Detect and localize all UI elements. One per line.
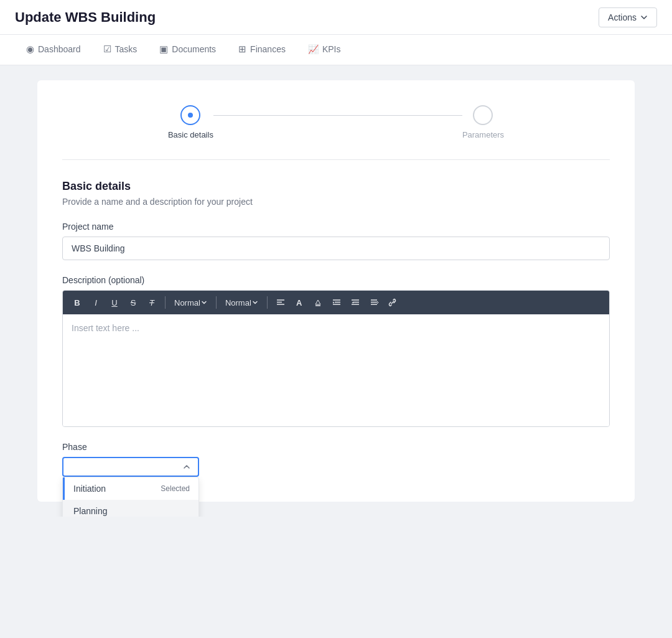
rich-text-editor: B I U S T Normal — [62, 290, 610, 427]
nav-label-dashboard: Dashboard — [38, 44, 81, 54]
rtl-button[interactable] — [366, 294, 382, 311]
editor-content[interactable]: Insert text here ... — [63, 314, 609, 426]
dashboard-icon — [26, 44, 34, 55]
link-icon — [388, 298, 397, 307]
nav-label-tasks: Tasks — [115, 44, 138, 54]
editor-toolbar: B I U S T Normal — [63, 291, 609, 314]
actions-label: Actions — [608, 12, 637, 22]
align-left-icon — [276, 298, 285, 307]
strikethrough-button[interactable]: S — [125, 294, 141, 311]
phase-option-initiation-label: Initiation — [73, 484, 106, 494]
toolbar-separator-2 — [216, 296, 217, 309]
form-section: Basic details Provide a name and a descr… — [62, 180, 610, 477]
nav-item-tasks[interactable]: Tasks — [92, 35, 149, 65]
tasks-icon — [103, 44, 111, 55]
underline-button[interactable]: U — [106, 294, 123, 311]
stepper: Basic details Parameters — [62, 105, 610, 160]
page-header: Update WBS Building Actions — [0, 0, 672, 35]
project-name-label: Project name — [62, 222, 610, 232]
link-button[interactable] — [385, 294, 401, 311]
font-chevron-icon — [252, 299, 258, 306]
heading-chevron-icon — [201, 299, 207, 306]
svg-point-0 — [188, 113, 193, 118]
toolbar-separator-1 — [165, 296, 166, 309]
step-parameters: Parameters — [462, 105, 504, 139]
toolbar-separator-3 — [267, 296, 268, 309]
documents-icon — [159, 44, 168, 55]
italic-button[interactable]: I — [88, 294, 104, 311]
project-name-input[interactable] — [62, 237, 610, 260]
bold-button[interactable]: B — [69, 294, 85, 311]
kpis-icon — [308, 44, 319, 54]
description-field: Description (optional) B I U S T Normal — [62, 275, 610, 427]
phase-option-planning[interactable]: Planning — [63, 500, 198, 517]
editor-placeholder: Insert text here ... — [72, 323, 139, 333]
main-content: Basic details Parameters Basic details P… — [0, 65, 672, 517]
outdent-button[interactable] — [347, 294, 363, 311]
font-select[interactable]: Normal — [222, 296, 262, 309]
nav-item-dashboard[interactable]: Dashboard — [15, 35, 92, 65]
phase-field: Phase Initiation Selected — [62, 442, 610, 477]
step1-circle — [180, 105, 200, 125]
step1-label: Basic details — [168, 130, 213, 139]
nav-item-documents[interactable]: Documents — [148, 35, 227, 65]
nav-item-finances[interactable]: Finances — [227, 35, 297, 65]
phase-chevron-up-icon — [183, 463, 190, 471]
outdent-icon — [351, 298, 360, 307]
step2-circle — [473, 105, 493, 125]
phase-option-initiation-badge: Selected — [161, 484, 190, 493]
chevron-down-icon — [640, 14, 648, 21]
project-name-field: Project name — [62, 222, 610, 260]
phase-dropdown-trigger[interactable] — [62, 457, 199, 477]
phase-option-planning-label: Planning — [73, 506, 108, 516]
phase-dropdown-menu: Initiation Selected Planning Execution P… — [62, 477, 199, 517]
step-connector — [213, 115, 462, 116]
nav-label-documents: Documents — [172, 44, 216, 54]
description-label: Description (optional) — [62, 275, 610, 285]
section-desc: Provide a name and a description for you… — [62, 197, 610, 207]
align-left-button[interactable] — [273, 294, 289, 311]
step2-label: Parameters — [462, 130, 504, 139]
finances-icon — [238, 44, 246, 55]
step1-inner — [186, 111, 195, 120]
indent-icon — [332, 298, 341, 307]
phase-option-initiation[interactable]: Initiation Selected — [63, 477, 198, 500]
step-basic-details: Basic details — [168, 105, 213, 139]
font-color-button[interactable]: A — [291, 294, 307, 311]
highlight-icon — [314, 298, 322, 307]
nav-item-kpis[interactable]: KPIs — [297, 35, 352, 65]
nav-label-kpis: KPIs — [322, 44, 341, 54]
heading-select[interactable]: Normal — [170, 296, 211, 309]
section-title: Basic details — [62, 180, 610, 193]
clear-format-button[interactable]: T — [144, 294, 160, 311]
rtl-icon — [370, 298, 378, 307]
form-card: Basic details Parameters Basic details P… — [37, 80, 635, 502]
highlight-button[interactable] — [310, 294, 326, 311]
page-title: Update WBS Building — [15, 9, 156, 26]
phase-dropdown-container: Initiation Selected Planning Execution P… — [62, 457, 199, 477]
indent-button[interactable] — [329, 294, 345, 311]
nav-label-finances: Finances — [250, 44, 286, 54]
navigation: Dashboard Tasks Documents Finances KPIs — [0, 35, 672, 65]
actions-button[interactable]: Actions — [599, 7, 657, 27]
phase-label: Phase — [62, 442, 610, 452]
